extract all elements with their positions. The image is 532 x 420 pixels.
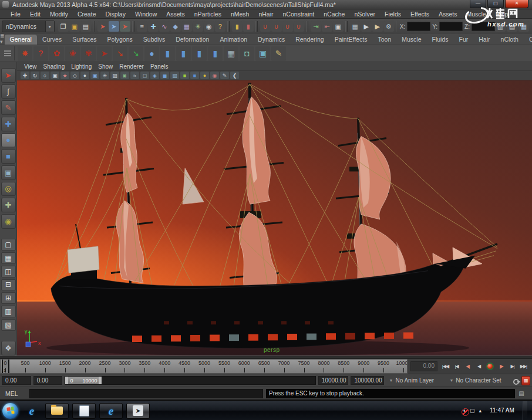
y-coordinate-field[interactable] (439, 22, 463, 31)
playback-end-field[interactable]: 10000.00 (318, 376, 349, 385)
shelf-tab-subdivs[interactable]: Subdivs (138, 35, 170, 45)
layout-persp-outliner[interactable]: ▥ (1, 306, 16, 317)
shadows-icon[interactable]: ▨ (110, 72, 119, 79)
select-tool[interactable]: ➤ (1, 68, 16, 83)
mel-label[interactable]: MEL (2, 390, 26, 397)
shelf-barrel1-icon[interactable]: ▮ (160, 46, 175, 61)
shelf-options-icon[interactable] (1, 46, 15, 60)
shelf-cine-icon[interactable]: ✸ (18, 46, 32, 61)
scale-tool[interactable]: ■ (1, 149, 16, 164)
layout-two-stacked[interactable]: ⊟ (1, 279, 16, 291)
menu-ncache-11[interactable]: nCache (319, 11, 349, 18)
shelf-tab-surfaces[interactable]: Surfaces (67, 35, 102, 45)
start-button[interactable] (2, 403, 18, 419)
title-bar[interactable]: Autodesk Maya 2013 Alpha 4.5 x64: C:\Use… (0, 0, 532, 9)
file-new-icon[interactable]: ❐ (58, 21, 69, 32)
step-back-key-button[interactable]: ◀| (463, 361, 473, 371)
xray-icon[interactable]: ◻ (140, 72, 149, 79)
default-material-icon[interactable]: ◼ (160, 72, 169, 79)
menu-modify-2[interactable]: Modify (45, 11, 73, 18)
show-manipulator-tool[interactable]: ✚ (1, 198, 16, 212)
rotate-tool[interactable]: ● (1, 133, 16, 148)
shelf-tool4-icon[interactable]: ➤ (97, 46, 112, 61)
shelf-tab-custom[interactable]: Custom (524, 35, 532, 45)
show-desktop-button[interactable] (523, 401, 527, 420)
shaded-mode-icon[interactable]: ● (80, 72, 89, 79)
taskbar-notepad-button[interactable] (72, 403, 96, 419)
render-view-icon[interactable]: ▦ (350, 21, 361, 32)
ipr-render-icon[interactable]: ▶ (372, 21, 383, 32)
select-camera-icon[interactable]: ▣ (50, 72, 59, 79)
layout-three-split[interactable]: ⊞ (1, 292, 16, 304)
highlight-selection-icon[interactable]: ▮ (243, 21, 254, 32)
playback-range-handle[interactable]: 0 10000 (65, 377, 102, 384)
shelf-tab-hair[interactable]: Hair (473, 35, 495, 45)
step-back-frame-button[interactable]: |◀ (452, 361, 462, 371)
input-connections-icon[interactable]: ⇥ (311, 21, 321, 32)
mask-dynamics-icon[interactable]: ✳ (193, 21, 203, 32)
shelf-barrel2-icon[interactable]: ▮ (176, 46, 191, 61)
snap-plane-icon[interactable]: ∪ (294, 21, 304, 32)
lighting-icon[interactable]: ✳ (100, 72, 109, 79)
mask-deformations-icon[interactable]: ▦ (181, 21, 192, 32)
hypergraph-icon[interactable]: ❖ (1, 341, 16, 355)
taskbar-maya-button[interactable]: ➤ (126, 403, 150, 419)
layout-single-pane[interactable]: ▢ (1, 239, 16, 250)
mask-surfaces-icon[interactable]: ◆ (170, 21, 181, 32)
panel-menu-renderer[interactable]: Renderer (119, 63, 150, 70)
layout-hypershade[interactable]: ▧ (1, 319, 16, 331)
shelf-node-editor-icon[interactable]: ▦ (224, 46, 238, 61)
menu-nsolver-12[interactable]: nSolver (349, 11, 380, 18)
shelf-tab-animation[interactable]: Animation (214, 35, 252, 45)
snap-curve-icon[interactable]: ∪ (271, 21, 282, 32)
range-slider-bar[interactable]: 0 10000 (65, 376, 315, 385)
grease-pencil-icon[interactable]: ✎ (220, 72, 229, 79)
shelf-tab-polygons[interactable]: Polygons (102, 35, 138, 45)
tray-volume-muted-icon[interactable]: ◖ (463, 408, 466, 414)
shelf-tool1-icon[interactable]: ✿ (49, 46, 64, 61)
move-tool[interactable]: ✚ (1, 117, 16, 131)
select-hierarchy-icon[interactable]: ➤ (97, 21, 108, 32)
wireframe-icon[interactable]: ◇ (70, 72, 79, 79)
shelf-tab-rendering[interactable]: Rendering (290, 35, 329, 45)
shelf-sphere-icon[interactable]: ● (144, 46, 159, 61)
layout-two-side[interactable]: ◫ (1, 266, 16, 277)
wire-on-shaded-icon[interactable]: ◈ (150, 72, 159, 79)
pan-tool-icon[interactable]: ✚ (21, 72, 29, 79)
select-object-icon[interactable]: ➤ (109, 21, 119, 32)
mel-input[interactable] (29, 389, 263, 398)
animation-end-field[interactable]: 100000.00 (351, 376, 384, 385)
shelf-tab-toon[interactable]: Toon (372, 35, 396, 45)
shelf-menu-icon[interactable]: ≣ ▾ (0, 33, 5, 45)
current-time-field[interactable]: 0.00 (410, 361, 437, 371)
auto-keyframe-toggle[interactable]: ▦ (521, 376, 530, 385)
bookmark-icon[interactable]: ★ (60, 72, 69, 79)
tray-network-icon[interactable]: ▢ (470, 408, 475, 414)
x-coordinate-field[interactable] (407, 22, 430, 31)
anim-layer-dropdown[interactable]: ▼ No Anim Layer (386, 376, 445, 385)
taskbar-ie-pinned-icon[interactable]: e (22, 403, 42, 419)
panel-menu-show[interactable]: Show (98, 63, 119, 70)
menu-fields-13[interactable]: Fields (380, 11, 406, 18)
motion-blur-icon[interactable]: ≈ (130, 72, 139, 79)
mask-curves-icon[interactable]: ∿ (159, 21, 170, 32)
playback-start-field[interactable]: 0.00 (33, 376, 63, 385)
panel-menu-lighting[interactable]: Lighting (71, 63, 98, 70)
character-set-dropdown[interactable]: ▼ No Character Set (447, 376, 509, 385)
taskbar-explorer-button[interactable] (45, 403, 69, 419)
select-component-icon[interactable]: ➤ (120, 21, 130, 32)
menu-assets-15[interactable]: Assets (434, 11, 462, 18)
shelf-brush-icon[interactable]: ✎ (271, 46, 286, 61)
viewport-3d[interactable]: y x persp (17, 80, 532, 355)
step-forward-key-button[interactable]: |▶ (496, 361, 506, 371)
zoom-tool-icon[interactable]: ○ (41, 72, 49, 79)
isolate-select-icon[interactable]: ◉ (210, 72, 219, 79)
render-current-frame-icon[interactable]: ▶ (361, 21, 372, 32)
soft-modification-tool[interactable]: ◎ (1, 182, 16, 197)
universal-manipulator-tool[interactable]: ▣ (1, 165, 16, 180)
file-save-icon[interactable]: ▤ (80, 21, 91, 32)
shelf-tab-muscle[interactable]: Muscle (396, 35, 426, 45)
output-connections-icon[interactable]: ⇤ (322, 21, 332, 32)
selected-light-icon[interactable]: ● (200, 72, 209, 79)
menu-file-0[interactable]: File (6, 11, 25, 18)
